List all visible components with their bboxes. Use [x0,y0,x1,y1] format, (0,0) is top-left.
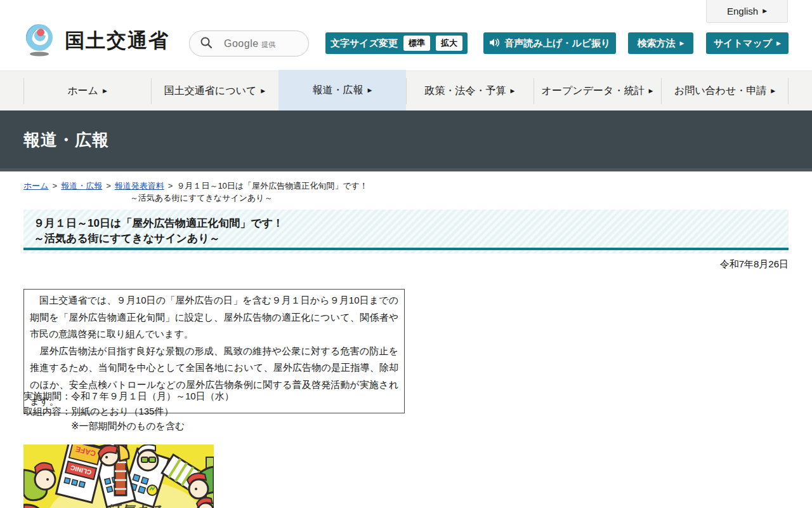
title-underline-rule [23,248,789,250]
poster-caption-partial-text: 活気ある [108,503,166,508]
article-date: 令和7年8月26日 [23,258,789,271]
english-button[interactable]: English ▶ [706,0,788,23]
page: English ▶ 国土交通省 [0,0,812,508]
article-title-line1: ９月１日～10日は「屋外広告物適正化旬間」です！ [34,216,778,231]
breadcrumb: ホーム>報道・広報>報道発表資料>９月１日～10日は「屋外広告物適正化旬間」です… [23,180,368,204]
nav-item-label: 政策・法令・予算 [425,84,506,98]
nav-item-label: オープンデータ・統計 [542,84,645,98]
site-header: English ▶ 国土交通省 [0,0,812,70]
article-title-box: ９月１日～10日は「屋外広告物適正化旬間」です！ ～活気ある街にすてきなサインあ… [23,210,789,253]
nav-item-label: 国土交通省について [164,84,257,98]
arrow-right-icon: ▶ [103,88,107,94]
nav-item-label: 報道・広報 [313,84,363,97]
breadcrumb-link-home[interactable]: ホーム [23,181,49,190]
nav-item-home[interactable]: ホーム ▶ [23,71,151,111]
poster-image: CAFE CLINIC [23,444,214,508]
nav-item-policy[interactable]: 政策・法令・予算 ▶ [406,71,534,111]
content-note: ※一部期間外のものを含む [23,418,234,434]
breadcrumb-current: ９月１日～10日は「屋外広告物適正化旬間」です！ [176,181,367,190]
mlit-logo[interactable]: 国土交通省 [23,22,169,60]
search-method-label: 検索方法 [638,37,676,50]
section-title: 報道・広報 [23,129,109,151]
font-size-large-button[interactable]: 拡大 [436,36,462,51]
poster-person-binoculars [138,444,158,471]
arrow-right-icon: ▶ [680,41,684,46]
article-details: 実施期間：令和７年９月１日（月）～10日（水） 取組内容：別紙のとおり（135件… [23,389,234,434]
nav-item-press[interactable]: 報道・広報 ▶ [278,70,406,111]
font-size-standard-button[interactable]: 標準 [403,36,430,51]
arrow-right-icon: ▶ [648,88,653,94]
breadcrumb-link-press-releases[interactable]: 報道発表資料 [115,181,164,190]
section-band: 報道・広報 [0,110,812,171]
article-title-line2: ～活気ある街にすてきなサインあり～ [34,231,778,246]
global-nav: ホーム ▶ 国土交通省について ▶ 報道・広報 ▶ 政策・法令・予算 ▶ オープ… [0,70,812,110]
nav-item-label: お問い合わせ・申請 [674,84,767,98]
breadcrumb-current-subtitle: ～活気ある街にすてきなサインあり～ [130,192,368,204]
search-method-button[interactable]: 検索方法 ▶ [628,32,693,54]
arrow-right-icon: ▶ [511,88,515,94]
mlit-logo-icon [23,22,58,60]
nav-item-contact[interactable]: お問い合わせ・申請 ▶ [661,71,789,111]
breadcrumb-separator: > [168,181,173,190]
speaker-icon [489,37,500,50]
period-line: 実施期間：令和７年９月１日（月）～10日（水） [23,389,234,404]
arrow-right-icon: ▶ [261,88,265,94]
search-provider-label: Google [224,38,259,49]
font-size-label: 文字サイズ変更 [331,37,398,50]
site-search-input[interactable]: Google 提供 [189,30,309,57]
tts-ruby-label: 音声読み上げ・ルビ振り [505,37,611,50]
breadcrumb-separator: > [106,181,111,190]
search-icon [200,36,213,51]
nav-item-label: ホーム [67,84,98,98]
summary-paragraph-1: 国土交通省では、９月10日の「屋外広告の日」を含む９月１日から９月10日までの期… [30,292,398,343]
arrow-right-icon: ▶ [368,88,372,93]
arrow-right-icon: ▶ [763,8,767,14]
arrow-right-icon: ▶ [771,88,775,94]
tts-ruby-button[interactable]: 音声読み上げ・ルビ振り [483,32,616,54]
breadcrumb-link-press[interactable]: 報道・広報 [61,181,102,190]
arrow-right-icon: ▶ [776,41,781,46]
font-size-button-group: 文字サイズ変更 標準 拡大 [325,32,468,54]
breadcrumb-line1: ホーム>報道・広報>報道発表資料>９月１日～10日は「屋外広告物適正化旬間」です… [23,180,368,192]
content-line: 取組内容：別紙のとおり（135件） [23,404,234,419]
nav-item-about[interactable]: 国土交通省について ▶ [151,71,278,111]
breadcrumb-separator: > [53,181,58,190]
nav-item-opendata[interactable]: オープンデータ・統計 ▶ [534,71,661,111]
site-title: 国土交通省 [65,27,169,54]
sitemap-button[interactable]: サイトマップ ▶ [706,32,789,54]
sitemap-label: サイトマップ [714,37,772,50]
search-provided-by-label: 提供 [261,41,275,48]
english-button-label: English [727,6,758,17]
